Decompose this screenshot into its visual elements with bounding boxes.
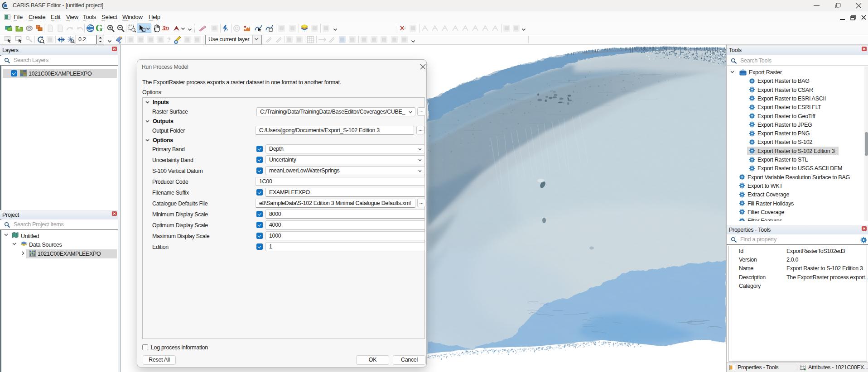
svg-text:?: ? (167, 36, 171, 43)
svg-text:z: z (226, 29, 228, 32)
